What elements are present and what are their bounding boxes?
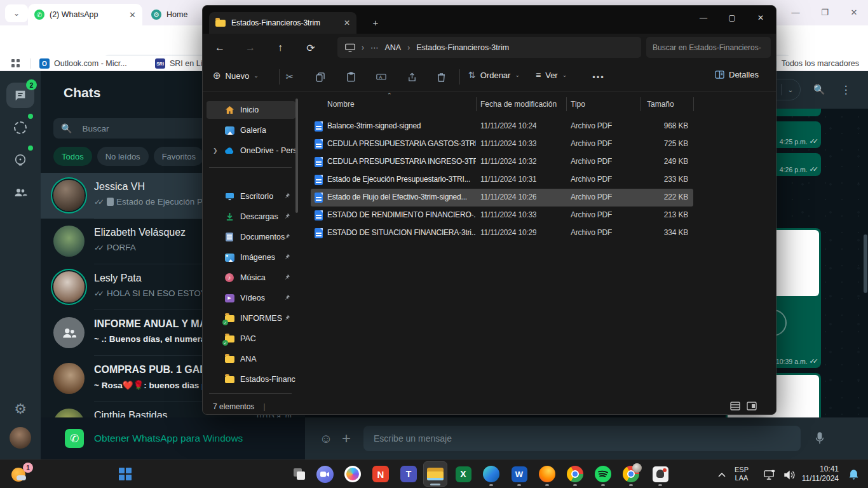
taskbar-app-explorer[interactable] — [423, 461, 447, 487]
group-avatar[interactable] — [53, 317, 85, 348]
column-header-tipo[interactable]: Tipo — [571, 100, 585, 109]
settings-gear-icon[interactable]: ⚙ — [6, 396, 34, 422]
attach-plus-icon[interactable]: + — [336, 430, 357, 447]
file-row[interactable]: CEDULA PRESUPUESTARIA GASTOS-3TRI... 11/… — [311, 135, 693, 153]
start-button[interactable] — [113, 461, 137, 487]
tab-close-icon[interactable]: ✕ — [129, 10, 136, 20]
emoji-icon[interactable]: ☺ — [316, 431, 336, 446]
browser-restore-button[interactable]: ❐ — [812, 3, 837, 22]
file-row-selected[interactable]: Estado de Flujo del Efectivo-3trim-signe… — [311, 189, 693, 207]
all-bookmarks-button[interactable]: ▣ Todos los marcadores — [770, 58, 859, 68]
browser-close-button[interactable]: ✕ — [841, 3, 867, 22]
explorer-titlebar[interactable]: Estados-Financieros-3trim ✕ + — ▢ ✕ — [203, 6, 776, 34]
get-whatsapp-banner[interactable]: ✆ Obtener WhatsApp para Windows — [41, 417, 305, 459]
sidebar-item-musica[interactable]: ♪ Música — [207, 269, 295, 287]
task-view-button[interactable] — [287, 461, 311, 487]
sort-button[interactable]: ⇅ Ordenar ⌄ — [468, 70, 520, 80]
file-row[interactable]: Estado de Ejecución Presupuestario-3TRI.… — [311, 171, 693, 189]
column-header-nombre[interactable]: Nombre — [327, 100, 355, 109]
sidebar-item-inicio[interactable]: Inicio — [207, 101, 295, 119]
sidebar-item-videos[interactable]: ▶ Vídeos — [207, 289, 295, 307]
file-row[interactable]: Balance-3trim-signed-signed 11/11/2024 1… — [311, 118, 693, 135]
explorer-search-input[interactable] — [653, 43, 764, 52]
tray-expand-chevron-icon[interactable] — [713, 466, 731, 483]
taskbar-app-edge-2[interactable] — [479, 461, 503, 487]
sidebar-scrollbar[interactable] — [295, 98, 298, 213]
share-icon[interactable] — [402, 68, 421, 86]
sidebar-item-escritorio[interactable]: Escritorio — [207, 187, 295, 205]
paste-icon[interactable] — [341, 68, 360, 86]
notification-bell-icon[interactable] — [844, 466, 863, 484]
language-indicator[interactable]: ESP LAA — [735, 466, 749, 482]
explorer-close-button[interactable]: ✕ — [747, 8, 775, 27]
taskbar-app-chat[interactable] — [313, 461, 337, 487]
avatar[interactable] — [53, 226, 85, 257]
sidebar-item-informes[interactable]: ✓ INFORMES — [207, 309, 295, 327]
explorer-tab[interactable]: Estados-Financieros-3trim ✕ — [209, 12, 356, 34]
delete-icon[interactable] — [431, 68, 451, 86]
taskbar-app-copilot[interactable] — [341, 461, 365, 487]
avatar[interactable] — [53, 363, 85, 394]
nav-up-icon[interactable]: ↑ — [271, 39, 290, 57]
chats-nav-icon[interactable]: 2 — [6, 83, 34, 108]
sidebar-item-onedrive[interactable]: ❯ OneDrive - Pers — [207, 142, 295, 159]
file-row[interactable]: ESTADO DE RENDIMIENTO FINANCIERO-... 11/… — [311, 207, 693, 224]
explorer-minimize-button[interactable]: — — [689, 8, 717, 27]
network-icon[interactable] — [760, 466, 779, 483]
more-options-icon[interactable]: ••• — [589, 68, 608, 86]
avatar[interactable] — [53, 180, 85, 211]
bookmark-outlook[interactable]: O Outlook.com - Micr... — [39, 58, 127, 69]
sidebar-item-pac[interactable]: ✓ PAC — [207, 330, 295, 348]
weather-widget[interactable]: 1 — [11, 465, 31, 484]
filter-favorites[interactable]: Favoritos — [154, 147, 204, 166]
explorer-search[interactable] — [646, 37, 771, 58]
view-button[interactable]: ≡ Ver ⌄ — [536, 70, 567, 80]
communities-nav-icon[interactable] — [6, 180, 34, 205]
mic-icon[interactable] — [801, 432, 839, 445]
nav-back-icon[interactable]: ← — [210, 39, 229, 57]
breadcrumb-ellipsis[interactable]: ··· — [370, 43, 379, 52]
sidebar-item-imagenes[interactable]: Imágenes — [207, 248, 295, 266]
taskbar-app-chrome-profile[interactable] — [619, 461, 643, 487]
status-nav-icon[interactable] — [6, 115, 34, 140]
tab-close-icon[interactable]: ✕ — [344, 18, 350, 27]
user-avatar[interactable] — [10, 427, 31, 449]
taskbar-app-chrome[interactable] — [563, 461, 587, 487]
channels-nav-icon[interactable] — [6, 147, 34, 172]
volume-icon[interactable] — [780, 466, 799, 483]
filter-unread[interactable]: No leídos — [97, 147, 149, 166]
taskbar-app-java[interactable] — [648, 461, 672, 487]
new-tab-icon[interactable]: + — [367, 13, 384, 31]
sidebar-item-descargas[interactable]: Descargas — [207, 208, 295, 226]
taskbar-app-word[interactable]: W — [507, 461, 531, 487]
message-input[interactable] — [374, 433, 790, 444]
column-header-fecha[interactable]: Fecha de modificación — [480, 100, 557, 109]
taskbar-app-nitro-pdf[interactable]: N — [369, 461, 393, 487]
conversation-scrollbar[interactable] — [864, 234, 867, 293]
list-view-icon[interactable] — [730, 402, 740, 412]
new-button[interactable]: ⊕ Nuevo ⌄ — [213, 70, 259, 81]
large-icons-view-icon[interactable] — [747, 402, 757, 412]
browser-minimize-button[interactable]: — — [783, 3, 808, 22]
copy-icon[interactable] — [311, 68, 330, 86]
taskbar-app-teams[interactable]: T — [397, 461, 421, 487]
sidebar-item-galeria[interactable]: Galería — [207, 121, 295, 139]
expand-chevron-icon[interactable]: ❯ — [213, 147, 218, 154]
sidebar-item-estados-financieros[interactable]: Estados-Financi — [207, 370, 295, 388]
breadcrumb-item[interactable]: Estados-Financieros-3trim — [416, 43, 509, 52]
details-button[interactable]: Detalles — [715, 70, 759, 79]
nav-forward-icon[interactable]: → — [241, 39, 260, 57]
filter-all[interactable]: Todos — [53, 147, 92, 166]
conversation-menu-icon[interactable]: ⋮ — [836, 80, 855, 99]
file-row[interactable]: CEDULA PRESUPUESTARIA INGRESO-3TRI... 11… — [311, 153, 693, 171]
sidebar-item-ana[interactable]: ANA — [207, 350, 295, 368]
taskbar-app-firefox[interactable] — [535, 461, 559, 487]
column-header-tamano[interactable]: Tamaño — [647, 100, 674, 109]
avatar[interactable] — [53, 271, 85, 302]
taskbar-app-excel[interactable]: X — [451, 461, 475, 487]
conversation-search-icon[interactable]: 🔍 — [810, 80, 829, 99]
nav-refresh-icon[interactable]: ⟳ — [301, 39, 320, 57]
message-input-wrap[interactable] — [363, 426, 801, 451]
breadcrumb[interactable]: › ··· ANA › Estados-Financieros-3trim — [337, 37, 641, 58]
breadcrumb-item[interactable]: ANA — [385, 43, 402, 52]
